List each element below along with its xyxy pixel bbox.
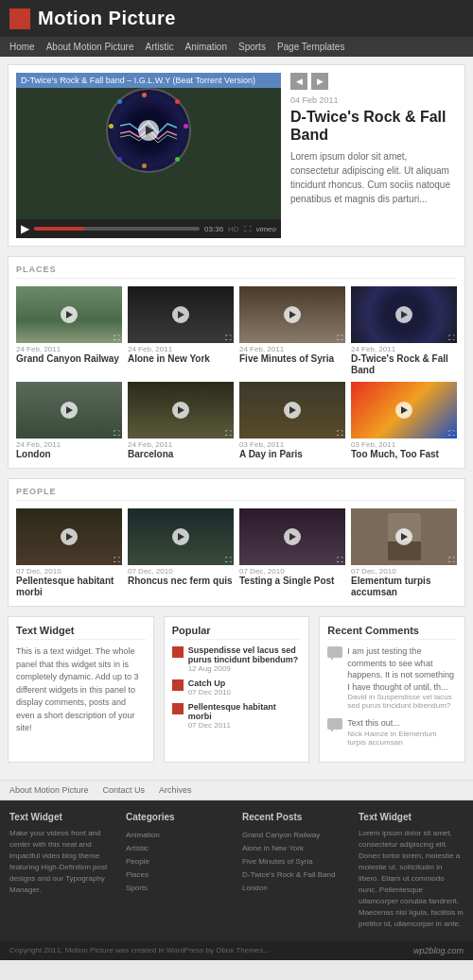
footer-post-4[interactable]: D-Twice's Rock & Fall Band	[242, 870, 335, 879]
people-thumb-4[interactable]: ⛶	[351, 508, 457, 565]
people-video-2[interactable]: ⛶ 07 Dec, 2010 Rhoncus nec ferm quis	[128, 508, 234, 598]
footer-col4-title: Text Widget	[359, 812, 464, 822]
people-video-4[interactable]: ⛶ 07 Dec, 2010 Elementum turpis accumsan	[351, 508, 457, 598]
places-video-4[interactable]: ⛶ 24 Feb, 2011 D-Twice's Rock & Fall Ban…	[351, 286, 457, 376]
featured-video-thumb[interactable]: D-Twice's Rock & Fall band – I.G.L.W.Y (…	[16, 73, 281, 219]
people-video-1[interactable]: ⛶ 07 Dec, 2010 Pellentesque habitant mor…	[16, 508, 122, 598]
site-title: Motion Picture	[38, 8, 176, 29]
sec-nav-contact[interactable]: Contact Us	[103, 785, 146, 795]
places-video-6[interactable]: ⛶ 24 Feb, 2011 Barcelona	[128, 382, 234, 460]
popular-item-3: Pellentesque habitant morbi 07 Dec 2011	[172, 702, 302, 730]
places-thumb-5[interactable]: ⛶	[16, 382, 122, 438]
popular-title-1[interactable]: Suspendisse vel lacus sed purus tincidun…	[188, 645, 302, 664]
places-date-5: 24 Feb, 2011	[16, 440, 122, 449]
places-date-3: 24 Feb, 2011	[239, 345, 345, 353]
footer-cat-3[interactable]: People	[126, 857, 149, 866]
fullscreen-icon-p3: ⛶	[337, 557, 343, 563]
places-title-2: Alone in New York	[128, 353, 234, 365]
popular-item-1: Suspendisse vel lacus sed purus tincidun…	[172, 645, 302, 673]
footer-post-3[interactable]: Five Minutes of Syria	[242, 857, 313, 866]
progress-bar[interactable]	[34, 227, 200, 231]
places-date-8: 03 Feb, 2011	[351, 440, 457, 449]
footer-col2-title: Categories	[126, 812, 231, 822]
people-title-1: Pellentesque habitant morbi	[16, 576, 122, 598]
featured-description: Lorem ipsum dolor sit amet, consectetur …	[290, 149, 457, 206]
video-controls: ▶ 03:36 HD ⛶ vimeo	[16, 219, 281, 238]
footer-cat-4[interactable]: Places	[126, 870, 149, 879]
people-title-2: Rhoncus nec ferm quis	[128, 576, 234, 587]
hd-badge: HD	[228, 225, 239, 233]
secondary-nav: About Motion Picture Contact Us Archives	[0, 780, 473, 800]
nav-templates[interactable]: Page Templates	[277, 42, 345, 52]
logo-icon	[9, 9, 30, 29]
featured-date: 04 Feb 2011	[290, 95, 457, 105]
places-thumb-8[interactable]: ⛶	[351, 382, 457, 438]
footer-cat-2[interactable]: Artistic	[126, 844, 149, 852]
people-thumb-3[interactable]: ⛶	[239, 508, 345, 565]
fullscreen-icon-4: ⛶	[448, 335, 455, 341]
footer-bottom: Copyright 2011, Motion Picture was creat…	[0, 941, 473, 960]
places-thumb-7[interactable]: ⛶	[239, 382, 345, 438]
footer-grid: Text Widget Make your videos front and c…	[9, 812, 464, 930]
popular-date-1: 12 Aug 2009	[188, 664, 302, 673]
popular-title-3[interactable]: Pellentesque habitant morbi	[188, 702, 302, 721]
nav-artistic[interactable]: Artistic	[146, 42, 174, 52]
featured-prev[interactable]: ◀	[290, 73, 307, 90]
places-video-3[interactable]: ⛶ 24 Feb, 2011 Five Minutes of Syria	[239, 286, 345, 376]
comment-text-2: Text this out...	[347, 717, 457, 730]
places-date-6: 24 Feb, 2011	[128, 440, 234, 449]
places-title-5: London	[16, 449, 122, 460]
site-header: Motion Picture	[0, 0, 473, 37]
comment-author-1: David in Suspendisse vel lacus sed purus…	[347, 693, 457, 710]
people-thumb-2[interactable]: ⛶	[128, 508, 234, 565]
footer-post-1[interactable]: Grand Canyon Railway	[242, 831, 320, 839]
featured-next[interactable]: ▶	[311, 73, 328, 90]
places-thumb-3[interactable]: ⛶	[239, 286, 345, 343]
comments-widget-title: Recent Comments	[327, 625, 457, 640]
text-widget: Text Widget This is a text widget. The w…	[8, 616, 154, 763]
places-video-8[interactable]: ⛶ 03 Feb, 2011 Too Much, Too Fast	[351, 382, 457, 460]
places-date-4: 24 Feb, 2011	[351, 345, 457, 353]
places-grid: ⛶ 24 Feb, 2011 Grand Canyon Railway ⛶ 24…	[16, 286, 457, 460]
places-thumb-4[interactable]: ⛶	[351, 286, 457, 343]
comment-text-1: I am just testing the comments to see wh…	[347, 645, 457, 693]
people-label: PEOPLE	[16, 487, 457, 501]
places-video-2[interactable]: ⛶ 24 Feb, 2011 Alone in New York	[128, 286, 234, 376]
popular-icon-2	[172, 679, 184, 691]
nav-about[interactable]: About Motion Picture	[46, 42, 134, 52]
places-video-1[interactable]: ⛶ 24 Feb, 2011 Grand Canyon Railway	[16, 286, 122, 376]
footer-categories: Animation Artistic People Places Sports	[126, 828, 231, 892]
fullscreen-icon-p1: ⛶	[114, 557, 120, 563]
people-video-3[interactable]: ⛶ 07 Dec, 2010 Testing a Single Post	[239, 508, 345, 598]
people-thumb-1[interactable]: ⛶	[16, 508, 122, 565]
nav-home[interactable]: Home	[9, 42, 35, 52]
places-date-1: 24 Feb, 2011	[16, 345, 122, 353]
places-thumb-1[interactable]: ⛶	[16, 286, 122, 343]
places-thumb-6[interactable]: ⛶	[128, 382, 234, 438]
fullscreen-icon-8: ⛶	[448, 430, 455, 437]
featured-section: D-Twice's Rock & Fall band – I.G.L.W.Y (…	[8, 64, 465, 247]
footer-post-5[interactable]: London	[242, 884, 268, 892]
places-title-1: Grand Canyon Railway	[16, 353, 122, 365]
comment-bubble-1	[327, 646, 342, 658]
footer-col-1: Text Widget Make your videos front and c…	[9, 812, 114, 930]
popular-title-2[interactable]: Catch Up	[188, 679, 231, 688]
footer-col1-title: Text Widget	[9, 812, 114, 822]
sec-nav-about[interactable]: About Motion Picture	[9, 785, 89, 795]
footer-cat-5[interactable]: Sports	[126, 884, 148, 892]
nav-animation[interactable]: Animation	[185, 42, 227, 52]
footer-cat-1[interactable]: Animation	[126, 831, 160, 839]
fullscreen-icon-5: ⛶	[114, 430, 120, 437]
places-label: PLACES	[16, 265, 457, 279]
fullscreen-btn[interactable]: ⛶	[244, 225, 252, 233]
places-thumb-2[interactable]: ⛶	[128, 286, 234, 343]
comment-2: Text this out... Nick Hamze in Elementum…	[327, 717, 457, 747]
nav-sports[interactable]: Sports	[238, 42, 266, 52]
play-button[interactable]: ▶	[21, 222, 29, 235]
places-date-2: 24 Feb, 2011	[128, 345, 234, 353]
places-video-7[interactable]: ⛶ 03 Feb, 2011 A Day in Paris	[239, 382, 345, 460]
comments-widget: Recent Comments I am just testing the co…	[319, 616, 465, 763]
places-video-5[interactable]: ⛶ 24 Feb, 2011 London	[16, 382, 122, 460]
footer-post-2[interactable]: Alone in New York	[242, 844, 304, 852]
sec-nav-archives[interactable]: Archives	[159, 785, 192, 795]
